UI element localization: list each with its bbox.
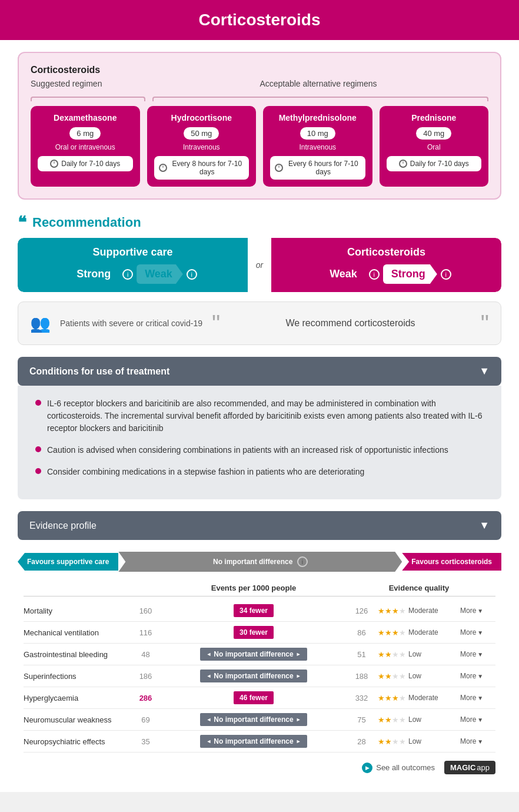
outcome-2: Gastrointestinal bleeding — [24, 650, 129, 659]
magic-app-logo: MAGICapp — [444, 761, 495, 774]
bar-5: No important difference — [162, 713, 345, 726]
bar-label-6: No important difference — [200, 735, 307, 748]
alternatives-brace — [152, 97, 488, 101]
arrow-middle: No important difference i — [118, 552, 402, 572]
suggested-label: Suggested regimen — [31, 79, 148, 88]
supportive-strong-btn[interactable]: Strong — [68, 264, 119, 284]
suggested-brace — [31, 97, 145, 101]
evidence-chevron: ▼ — [479, 519, 490, 532]
corticosteroids-weak-info[interactable]: i — [369, 269, 380, 280]
col-outcome-header — [24, 584, 129, 592]
more-3[interactable]: More ▼ — [460, 672, 495, 680]
evidence-arrow-bar: Favours supportive care No important dif… — [18, 552, 501, 572]
outcome-4: Hyperglycaemia — [24, 694, 129, 702]
bullet-dot-0 — [35, 400, 41, 406]
recommendation-section-label: ❝ Recommendation — [18, 214, 501, 231]
supportive-strong-info[interactable]: i — [122, 269, 133, 280]
corticosteroids-strong-info[interactable]: i — [441, 269, 451, 280]
corticosteroids-strong-btn[interactable]: Strong — [383, 264, 437, 284]
more-6[interactable]: More ▼ — [460, 737, 495, 745]
condition-text-0: IL-6 receptor blockers and baricitinib a… — [47, 397, 484, 435]
quality-header: Evidence quality — [378, 584, 460, 592]
condition-bullet-0: IL-6 receptor blockers and baricitinib a… — [35, 397, 484, 435]
baseline-4: 286 — [129, 694, 162, 702]
bar-label-4: 46 fewer — [234, 691, 274, 704]
corticosteroids-panel: Corticosteroids Weak i Strong i — [271, 238, 501, 292]
evidence-table: Events per 1000 people Evidence quality … — [18, 584, 501, 753]
quality-label-0: Moderate — [408, 606, 438, 615]
quality-2: ★★★★ Low — [378, 650, 460, 659]
comparator-1: 86 — [345, 628, 378, 637]
conditions-header[interactable]: Conditions for use of treatment ▼ — [18, 357, 501, 386]
bar-label-1: 30 fewer — [234, 626, 274, 639]
quality-label-3: Low — [408, 672, 421, 680]
table-row: Hyperglycaemia 286 46 fewer 332 ★★★★ Mod… — [24, 687, 495, 709]
bar-label-3: No important difference — [200, 670, 307, 682]
more-0[interactable]: More ▼ — [460, 606, 495, 615]
events-header: Events per 1000 people — [162, 584, 345, 592]
quality-4: ★★★★ Moderate — [378, 694, 460, 702]
supportive-care-options: Strong i Weak i — [29, 264, 236, 284]
baseline-3: 186 — [129, 672, 162, 681]
drug-methylprednisolone: Methylprednisolone 10 mg Intravenous Eve… — [263, 106, 372, 187]
comparator-2: 51 — [345, 650, 378, 659]
condition-bullet-2: Consider combining medications in a step… — [35, 466, 484, 478]
see-all-text: See all outcomes — [376, 763, 435, 772]
quality-label-5: Low — [408, 715, 421, 724]
magic-text: MAGIC — [450, 763, 475, 772]
patient-quote-box: 👥 Patients with severe or critical covid… — [18, 301, 501, 345]
quality-6: ★★★★ Low — [378, 737, 460, 746]
clock-icon-3 — [399, 160, 407, 168]
supportive-weak-btn[interactable]: Weak — [137, 264, 183, 284]
bar-1: 30 fewer — [162, 626, 345, 639]
table-row: Gastrointestinal bleeding 48 No importan… — [24, 644, 495, 665]
bullet-dot-1 — [35, 446, 41, 452]
col-more-header — [460, 584, 495, 592]
outcome-0: Mortality — [24, 606, 129, 615]
baseline-2: 48 — [129, 650, 162, 659]
quality-0: ★★★★ Moderate — [378, 606, 460, 615]
corticosteroids-weak-btn[interactable]: Weak — [321, 264, 365, 284]
app-text: app — [477, 763, 490, 772]
bar-3: No important difference — [162, 670, 345, 682]
recommendation-title: Recommendation — [32, 215, 141, 230]
patient-icon: 👥 — [30, 314, 51, 333]
more-2[interactable]: More ▼ — [460, 650, 495, 658]
regimen-title: Corticosteroids — [31, 65, 488, 75]
corticosteroids-options: Weak i Strong i — [283, 264, 490, 284]
conditions-body: IL-6 receptor blockers and baricitinib a… — [18, 386, 501, 499]
quote-left-icon: " — [212, 311, 220, 335]
clock-icon-0 — [50, 160, 58, 168]
table-row: Neuropsychiatric effects 35 No important… — [24, 731, 495, 753]
bar-4: 46 fewer — [162, 691, 345, 704]
drug-dexamethasone: Dexamethasone 6 mg Oral or intravenous D… — [31, 106, 140, 187]
quality-label-2: Low — [408, 650, 421, 658]
quality-label-1: Moderate — [408, 628, 438, 637]
comparator-3: 188 — [345, 672, 378, 681]
schedule-2: Every 6 hours for 7-10 days — [286, 160, 361, 176]
col-comparator-header — [345, 584, 378, 592]
see-all-outcomes[interactable]: ▶ See all outcomes — [362, 763, 435, 773]
quality-3: ★★★★ Low — [378, 672, 460, 681]
more-5[interactable]: More ▼ — [460, 715, 495, 724]
more-1[interactable]: More ▼ — [460, 628, 495, 637]
arrow-middle-text: No important difference — [213, 558, 292, 566]
table-row: Mechanical ventilation 116 30 fewer 86 ★… — [24, 622, 495, 644]
comparator-5: 75 — [345, 715, 378, 724]
baseline-5: 69 — [129, 715, 162, 724]
arrow-middle-info[interactable]: i — [297, 556, 308, 567]
quote-text: We recommend corticosteroids — [229, 318, 471, 329]
page-title: Corticosteroids — [0, 0, 519, 40]
arrow-right: Favours corticosteroids — [402, 553, 501, 571]
clock-icon-2 — [275, 164, 283, 172]
supportive-care-panel: Supportive care Strong i Weak i — [18, 238, 248, 292]
table-row: Mortality 160 34 fewer 126 ★★★★ Moderate… — [24, 600, 495, 622]
bar-label-0: 34 fewer — [234, 604, 274, 617]
outcome-3: Superinfections — [24, 672, 129, 681]
regimen-drugs: Dexamethasone 6 mg Oral or intravenous D… — [31, 106, 488, 187]
evidence-header[interactable]: Evidence profile ▼ — [18, 511, 501, 540]
table-row: Superinfections 186 No important differe… — [24, 665, 495, 687]
more-4[interactable]: More ▼ — [460, 694, 495, 702]
play-icon: ▶ — [362, 763, 372, 773]
supportive-weak-info[interactable]: i — [187, 269, 197, 280]
